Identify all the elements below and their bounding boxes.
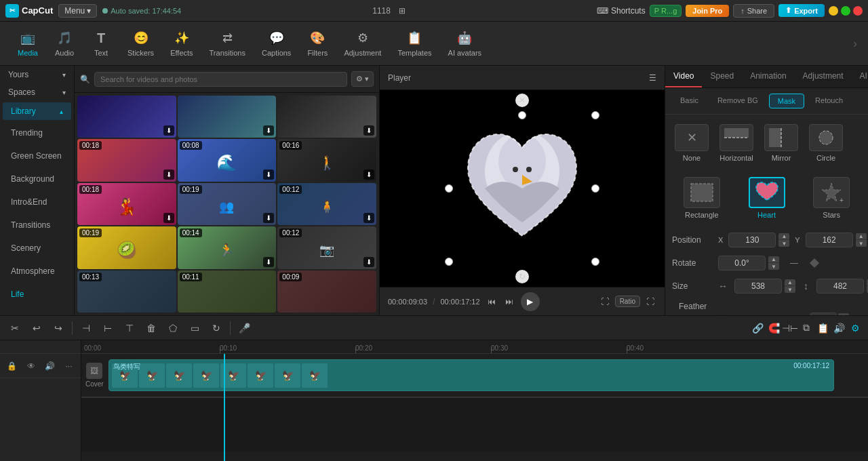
handle-top[interactable] (518, 111, 526, 119)
split-here-button[interactable]: ⊤ (120, 319, 139, 338)
rotate-keyframe-button[interactable] (809, 258, 820, 268)
sub-tab-retouch[interactable]: Retouch (807, 94, 851, 108)
handle-bottom-right[interactable] (591, 258, 599, 266)
mask-type-circle[interactable]: Circle (806, 121, 846, 165)
join-pro-button[interactable]: Join Pro (686, 5, 729, 17)
list-item[interactable]: 00:13 (77, 270, 176, 313)
share-button[interactable]: ↑ Share (733, 4, 774, 18)
list-item[interactable]: 🧍 00:12 ⬇ (277, 183, 376, 225)
search-input[interactable] (94, 72, 347, 87)
tool-effects[interactable]: ✨ Effects (163, 27, 199, 60)
tool-stickers[interactable]: 😊 Stickers (121, 27, 161, 60)
list-item[interactable]: 00:09 (277, 270, 376, 313)
tl-copy-button[interactable]: ⧉ (799, 319, 814, 338)
tab-adjustment[interactable]: Adjustment (795, 66, 852, 87)
sidebar-item-spaces[interactable]: Spaces ▾ (0, 83, 74, 101)
tl-lock-button[interactable]: 🔒 (5, 359, 20, 374)
shortcuts-button[interactable]: ⌨ Shortcuts (597, 6, 646, 16)
rotate-minus-icon[interactable]: — (785, 258, 804, 268)
toolbar-more-icon[interactable]: › (853, 37, 857, 51)
rotate-up[interactable]: ▲ (768, 256, 779, 263)
mask-type-none[interactable]: ✕ None (672, 121, 711, 165)
list-item[interactable]: 📷 00:12 ⬇ (277, 226, 376, 268)
rotate-handle[interactable]: ↻ (515, 270, 529, 283)
tab-ai-style[interactable]: AI style (852, 66, 868, 87)
download-icon[interactable]: ⬇ (363, 213, 374, 223)
sub-tab-mask[interactable]: Mask (769, 94, 804, 108)
sidebar-item-trending[interactable]: Trending (3, 123, 71, 143)
sub-tab-basic[interactable]: Basic (672, 94, 707, 108)
handle-left[interactable] (445, 184, 453, 193)
download-icon[interactable]: ⬇ (163, 213, 174, 223)
delete-button[interactable]: 🗑 (142, 319, 161, 338)
tool-captions[interactable]: 💬 Captions (255, 27, 298, 60)
tl-playhead[interactable] (224, 354, 225, 461)
frame-back-icon[interactable]: ⏮ (486, 295, 498, 308)
download-icon[interactable]: ⬇ (163, 169, 174, 180)
position-y-input[interactable] (806, 233, 853, 247)
ratio-badge[interactable]: Ratio (615, 296, 640, 307)
tool-filters[interactable]: 🎨 Filters (300, 27, 334, 60)
rotate-down[interactable]: ▼ (768, 263, 779, 270)
list-item[interactable]: 💃 00:18 ⬇ (77, 183, 176, 225)
frame-forward-icon[interactable]: ⏭ (503, 295, 515, 308)
mask-shape-heart[interactable]: Heart (737, 174, 797, 222)
download-icon[interactable]: ⬇ (163, 125, 174, 136)
mask-type-mirror[interactable]: Mirror (762, 121, 801, 165)
tool-templates[interactable]: 📋 Templates (391, 27, 438, 60)
rect-button[interactable]: ▭ (185, 319, 204, 338)
list-item[interactable]: ⬇ (277, 96, 376, 138)
tl-paste-button[interactable]: 📋 (815, 319, 830, 338)
tab-animation[interactable]: Animation (742, 66, 794, 87)
sidebar-item-intro-end[interactable]: Intro&End (3, 192, 71, 212)
download-icon[interactable]: ⬇ (263, 257, 274, 267)
list-item[interactable]: 00:11 (178, 270, 277, 313)
list-item[interactable]: 🥝 00:19 (77, 226, 176, 268)
sidebar-item-scenery[interactable]: Scenery (3, 238, 71, 258)
fullscreen-icon[interactable]: ⛶ (644, 295, 656, 308)
play-button[interactable]: ▶ (521, 292, 540, 311)
sub-tab-remove-bg[interactable]: Remove BG (709, 94, 766, 108)
maximize-button[interactable] (841, 6, 850, 16)
minimize-button[interactable] (829, 6, 838, 16)
tab-video[interactable]: Video (665, 66, 702, 87)
handle-bottom-left[interactable] (445, 258, 453, 266)
tool-media[interactable]: 📺 Media (11, 27, 45, 60)
mask-shape-rectangle[interactable]: Rectangle (672, 174, 732, 222)
download-icon[interactable]: ⬇ (363, 169, 374, 180)
download-icon[interactable]: ⬇ (363, 125, 374, 136)
redo-button[interactable]: ↪ (49, 319, 68, 338)
size-width-up[interactable]: ▲ (785, 279, 795, 286)
download-icon[interactable]: ⬇ (263, 125, 274, 136)
sidebar-item-transitions[interactable]: Transitions (3, 215, 71, 235)
tl-clip[interactable]: 鸟类特写 00:00:17:12 🦅 🦅 🦅 🦅 🦅 🦅 🦅 🦅 (108, 359, 834, 391)
tl-split-btn2[interactable]: ⊣⊢ (783, 319, 797, 338)
tl-eye-button[interactable]: 👁 (24, 359, 39, 374)
close-button[interactable] (853, 6, 863, 16)
position-x-down[interactable]: ▼ (778, 240, 789, 247)
tool-audio[interactable]: 🎵 Audio (47, 27, 81, 60)
sidebar-item-yours[interactable]: Yours ▾ (0, 66, 74, 83)
position-x-input[interactable] (728, 233, 776, 247)
tool-ai-avatars[interactable]: 🤖 AI avatars (441, 27, 489, 60)
sidebar-item-atmosphere[interactable]: Atmosphere (3, 261, 71, 281)
tl-settings-button[interactable]: ⚙ (848, 319, 863, 338)
filter-button[interactable]: ⚙ ▾ (351, 71, 374, 87)
export-button[interactable]: ⬆ Export (778, 4, 825, 17)
list-item[interactable]: ⬇ (77, 96, 176, 138)
mask-type-horizontal[interactable]: Horizontal (717, 121, 756, 165)
list-item[interactable]: 00:18 ⬇ (77, 139, 176, 181)
download-icon[interactable]: ⬇ (263, 213, 274, 223)
sidebar-item-green-screen[interactable]: Green Screen (3, 146, 71, 166)
size-height-input[interactable] (816, 279, 864, 294)
tl-volume-button[interactable]: 🔊 (43, 359, 58, 374)
handle-top-right[interactable] (591, 111, 599, 119)
trim-end-button[interactable]: ⊢ (98, 319, 117, 338)
position-x-up[interactable]: ▲ (778, 233, 789, 240)
trim-start-button[interactable]: ⊣ (77, 319, 96, 338)
list-item[interactable]: 👥 00:19 ⬇ (178, 183, 277, 225)
rotate-input[interactable] (718, 256, 766, 270)
position-y-down[interactable]: ▼ (856, 240, 867, 247)
tl-link-button[interactable]: 🔗 (750, 319, 765, 338)
sidebar-item-life[interactable]: Life (3, 284, 71, 304)
